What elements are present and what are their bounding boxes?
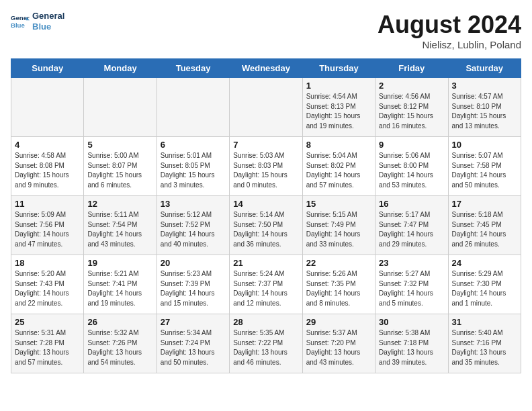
day-info: Sunrise: 4:54 AM Sunset: 8:13 PM Dayligh… bbox=[306, 92, 371, 131]
calendar-cell: 21Sunrise: 5:24 AM Sunset: 7:37 PM Dayli… bbox=[230, 255, 302, 314]
day-number: 11 bbox=[15, 199, 80, 209]
day-number: 24 bbox=[452, 258, 517, 268]
day-number: 27 bbox=[161, 317, 226, 327]
calendar-header: General Blue General Blue August 2024 Ni… bbox=[11, 11, 521, 50]
calendar-cell: 6Sunrise: 5:01 AM Sunset: 8:05 PM Daylig… bbox=[157, 137, 229, 196]
calendar-cell: 30Sunrise: 5:38 AM Sunset: 7:18 PM Dayli… bbox=[375, 314, 448, 373]
calendar-cell: 18Sunrise: 5:20 AM Sunset: 7:43 PM Dayli… bbox=[11, 255, 84, 314]
weekday-header: Friday bbox=[375, 59, 448, 78]
day-number: 13 bbox=[161, 199, 226, 209]
calendar-cell: 28Sunrise: 5:35 AM Sunset: 7:22 PM Dayli… bbox=[230, 314, 302, 373]
day-number: 25 bbox=[15, 317, 80, 327]
calendar-cell: 23Sunrise: 5:27 AM Sunset: 7:32 PM Dayli… bbox=[375, 255, 448, 314]
calendar-week-row: 4Sunrise: 4:58 AM Sunset: 8:08 PM Daylig… bbox=[11, 137, 521, 196]
weekday-header: Tuesday bbox=[157, 59, 229, 78]
day-info: Sunrise: 5:27 AM Sunset: 7:32 PM Dayligh… bbox=[379, 269, 444, 308]
day-number: 2 bbox=[379, 81, 444, 91]
day-info: Sunrise: 5:21 AM Sunset: 7:41 PM Dayligh… bbox=[87, 269, 152, 308]
day-number: 6 bbox=[161, 140, 226, 150]
day-info: Sunrise: 5:32 AM Sunset: 7:26 PM Dayligh… bbox=[87, 328, 152, 367]
day-info: Sunrise: 5:01 AM Sunset: 8:05 PM Dayligh… bbox=[161, 151, 226, 190]
day-info: Sunrise: 5:14 AM Sunset: 7:50 PM Dayligh… bbox=[233, 210, 298, 249]
calendar-cell: 2Sunrise: 4:56 AM Sunset: 8:12 PM Daylig… bbox=[375, 78, 448, 137]
day-info: Sunrise: 5:35 AM Sunset: 7:22 PM Dayligh… bbox=[233, 328, 298, 367]
calendar-cell: 17Sunrise: 5:18 AM Sunset: 7:45 PM Dayli… bbox=[448, 196, 521, 255]
day-info: Sunrise: 5:31 AM Sunset: 7:28 PM Dayligh… bbox=[15, 328, 80, 367]
day-number: 7 bbox=[233, 140, 298, 150]
day-number: 9 bbox=[379, 140, 444, 150]
day-number: 5 bbox=[87, 140, 152, 150]
day-info: Sunrise: 5:15 AM Sunset: 7:49 PM Dayligh… bbox=[306, 210, 371, 249]
weekday-header: Saturday bbox=[448, 59, 521, 78]
day-number: 28 bbox=[233, 317, 298, 327]
calendar-cell bbox=[84, 78, 157, 137]
calendar-week-row: 25Sunrise: 5:31 AM Sunset: 7:28 PM Dayli… bbox=[11, 314, 521, 373]
svg-text:Blue: Blue bbox=[11, 21, 25, 28]
calendar-cell: 24Sunrise: 5:29 AM Sunset: 7:30 PM Dayli… bbox=[448, 255, 521, 314]
calendar-cell: 4Sunrise: 4:58 AM Sunset: 8:08 PM Daylig… bbox=[11, 137, 84, 196]
day-number: 8 bbox=[306, 140, 371, 150]
day-info: Sunrise: 5:40 AM Sunset: 7:16 PM Dayligh… bbox=[452, 328, 517, 367]
calendar-cell: 14Sunrise: 5:14 AM Sunset: 7:50 PM Dayli… bbox=[230, 196, 302, 255]
calendar-cell: 31Sunrise: 5:40 AM Sunset: 7:16 PM Dayli… bbox=[448, 314, 521, 373]
day-info: Sunrise: 5:07 AM Sunset: 7:58 PM Dayligh… bbox=[452, 151, 517, 190]
day-number: 22 bbox=[306, 258, 371, 268]
calendar-cell: 5Sunrise: 5:00 AM Sunset: 8:07 PM Daylig… bbox=[84, 137, 157, 196]
calendar-cell: 12Sunrise: 5:11 AM Sunset: 7:54 PM Dayli… bbox=[84, 196, 157, 255]
calendar-week-row: 1Sunrise: 4:54 AM Sunset: 8:13 PM Daylig… bbox=[11, 78, 521, 137]
calendar-cell: 19Sunrise: 5:21 AM Sunset: 7:41 PM Dayli… bbox=[84, 255, 157, 314]
calendar-cell: 25Sunrise: 5:31 AM Sunset: 7:28 PM Dayli… bbox=[11, 314, 84, 373]
title-section: August 2024 Nielisz, Lublin, Poland bbox=[378, 11, 521, 50]
day-info: Sunrise: 5:03 AM Sunset: 8:03 PM Dayligh… bbox=[233, 151, 298, 190]
day-info: Sunrise: 5:38 AM Sunset: 7:18 PM Dayligh… bbox=[379, 328, 444, 367]
calendar-cell: 10Sunrise: 5:07 AM Sunset: 7:58 PM Dayli… bbox=[448, 137, 521, 196]
day-number: 4 bbox=[15, 140, 80, 150]
day-info: Sunrise: 5:04 AM Sunset: 8:02 PM Dayligh… bbox=[306, 151, 371, 190]
day-info: Sunrise: 5:20 AM Sunset: 7:43 PM Dayligh… bbox=[15, 269, 80, 308]
day-number: 15 bbox=[306, 199, 371, 209]
day-info: Sunrise: 5:34 AM Sunset: 7:24 PM Dayligh… bbox=[161, 328, 226, 367]
day-info: Sunrise: 5:23 AM Sunset: 7:39 PM Dayligh… bbox=[161, 269, 226, 308]
day-number: 1 bbox=[306, 81, 371, 91]
calendar-title: August 2024 bbox=[378, 11, 521, 39]
logo-line2: Blue bbox=[32, 21, 64, 32]
calendar-cell: 16Sunrise: 5:17 AM Sunset: 7:47 PM Dayli… bbox=[375, 196, 448, 255]
day-info: Sunrise: 4:58 AM Sunset: 8:08 PM Dayligh… bbox=[15, 151, 80, 190]
calendar-cell: 27Sunrise: 5:34 AM Sunset: 7:24 PM Dayli… bbox=[157, 314, 229, 373]
weekday-header: Thursday bbox=[302, 59, 375, 78]
day-info: Sunrise: 4:57 AM Sunset: 8:10 PM Dayligh… bbox=[452, 92, 517, 131]
day-info: Sunrise: 5:12 AM Sunset: 7:52 PM Dayligh… bbox=[161, 210, 226, 249]
calendar-cell bbox=[157, 78, 229, 137]
calendar-cell bbox=[11, 78, 84, 137]
day-number: 30 bbox=[379, 317, 444, 327]
day-info: Sunrise: 5:17 AM Sunset: 7:47 PM Dayligh… bbox=[379, 210, 444, 249]
day-number: 21 bbox=[233, 258, 298, 268]
day-info: Sunrise: 5:24 AM Sunset: 7:37 PM Dayligh… bbox=[233, 269, 298, 308]
day-number: 12 bbox=[87, 199, 152, 209]
day-info: Sunrise: 5:29 AM Sunset: 7:30 PM Dayligh… bbox=[452, 269, 517, 308]
logo: General Blue General Blue bbox=[11, 11, 64, 32]
calendar-header-row: SundayMondayTuesdayWednesdayThursdayFrid… bbox=[11, 59, 521, 78]
calendar-cell: 7Sunrise: 5:03 AM Sunset: 8:03 PM Daylig… bbox=[230, 137, 302, 196]
calendar-cell: 11Sunrise: 5:09 AM Sunset: 7:56 PM Dayli… bbox=[11, 196, 84, 255]
calendar-cell: 22Sunrise: 5:26 AM Sunset: 7:35 PM Dayli… bbox=[302, 255, 375, 314]
day-number: 31 bbox=[452, 317, 517, 327]
day-number: 3 bbox=[452, 81, 517, 91]
logo-line1: General bbox=[32, 11, 64, 21]
day-info: Sunrise: 5:09 AM Sunset: 7:56 PM Dayligh… bbox=[15, 210, 80, 249]
logo-icon: General Blue bbox=[11, 12, 30, 31]
calendar-cell: 1Sunrise: 4:54 AM Sunset: 8:13 PM Daylig… bbox=[302, 78, 375, 137]
calendar-cell: 13Sunrise: 5:12 AM Sunset: 7:52 PM Dayli… bbox=[157, 196, 229, 255]
calendar-subtitle: Nielisz, Lublin, Poland bbox=[378, 39, 521, 50]
day-info: Sunrise: 5:11 AM Sunset: 7:54 PM Dayligh… bbox=[87, 210, 152, 249]
weekday-header: Monday bbox=[84, 59, 157, 78]
day-number: 16 bbox=[379, 199, 444, 209]
weekday-header: Wednesday bbox=[230, 59, 302, 78]
calendar-cell: 3Sunrise: 4:57 AM Sunset: 8:10 PM Daylig… bbox=[448, 78, 521, 137]
calendar-cell: 29Sunrise: 5:37 AM Sunset: 7:20 PM Dayli… bbox=[302, 314, 375, 373]
day-number: 19 bbox=[87, 258, 152, 268]
day-number: 18 bbox=[15, 258, 80, 268]
day-info: Sunrise: 5:18 AM Sunset: 7:45 PM Dayligh… bbox=[452, 210, 517, 249]
calendar-cell: 9Sunrise: 5:06 AM Sunset: 8:00 PM Daylig… bbox=[375, 137, 448, 196]
day-info: Sunrise: 4:56 AM Sunset: 8:12 PM Dayligh… bbox=[379, 92, 444, 131]
